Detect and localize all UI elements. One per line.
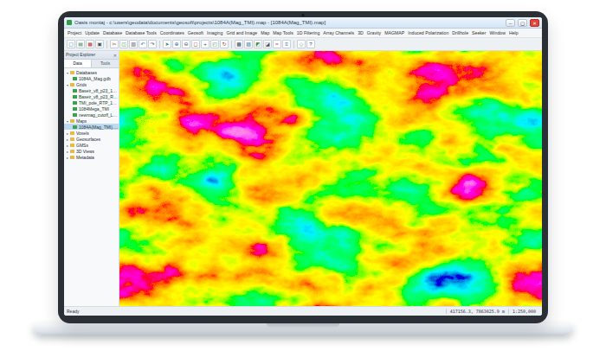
menu-grid-and-image[interactable]: Grid and Image: [226, 30, 257, 35]
tree-item-label: Grids: [76, 82, 87, 87]
toolbar: ▢ ▤ ▦ ▣ ✂ ◫ ▥ ↶ ↷ ➤ ⊕ ⊖ ◻ + ◰ ↻ ▩ ▨: [64, 38, 542, 51]
select-icon[interactable]: ➤: [163, 40, 171, 48]
tree-item-label: Maps: [76, 118, 87, 124]
profile-icon[interactable]: ≈: [273, 40, 281, 48]
maximize-button[interactable]: ▢: [518, 19, 527, 27]
menu-gravity[interactable]: Gravity: [367, 30, 381, 35]
menu-coordinates[interactable]: Coordinates: [160, 30, 184, 35]
tree-item-geosurfaces[interactable]: Geosurfaces: [64, 136, 119, 142]
expander-icon[interactable]: [67, 137, 68, 142]
menu-geosoft[interactable]: Geosoft: [188, 30, 203, 35]
open-project-icon[interactable]: ▤: [76, 40, 85, 48]
page: Oasis montaj - c:\users\geodata\document…: [0, 0, 606, 364]
app-icon: [67, 20, 72, 25]
redo-icon[interactable]: ↷: [148, 40, 157, 48]
tree-item-database-1084a[interactable]: 1084A_Mag.gdb: [64, 75, 119, 81]
expander-icon[interactable]: [67, 70, 68, 75]
status-bar: Ready 417156.3, 7863025.9 m 1:250,000: [64, 306, 542, 316]
database-icon[interactable]: ≡: [282, 40, 291, 48]
zoom-in-icon[interactable]: ⊕: [172, 40, 181, 48]
map-canvas[interactable]: [119, 51, 542, 306]
map-icon: [73, 125, 77, 129]
print-icon[interactable]: ▣: [95, 40, 104, 48]
tree-item-grid-baseir-1075[interactable]: Baseir_v8_p23_1075_IGRF: [64, 87, 119, 93]
image-icon[interactable]: ▨: [244, 40, 253, 48]
tree-item-voxels[interactable]: Voxels: [64, 130, 119, 136]
folder-icon: [70, 137, 74, 141]
tree-item-grid-newmag[interactable]: newmag_cutoff_LP2021_IGRF: [64, 112, 119, 118]
cut-icon[interactable]: ✂: [110, 40, 119, 48]
full-extent-icon[interactable]: ◰: [210, 40, 219, 48]
menu-map[interactable]: Map: [261, 30, 269, 35]
panel-close-icon[interactable]: ✕: [113, 53, 117, 58]
folder-icon: [70, 131, 74, 135]
menu-array-channels[interactable]: Array Channels: [323, 30, 354, 35]
shadow-icon[interactable]: ◪: [263, 40, 272, 48]
tree-item-metadata[interactable]: Metadata: [64, 154, 119, 160]
tab-data[interactable]: Data: [64, 60, 92, 67]
tree-item-label: Baseir_v8_p23_1075_IGRF: [79, 88, 119, 93]
folder-icon: [70, 83, 74, 86]
expander-icon[interactable]: [67, 143, 68, 148]
tree-item-gmss[interactable]: GMSs: [64, 142, 119, 148]
tree-item-grid-baseir-igrf[interactable]: Baseir_v8_p23_R_IGRF_75db: [64, 93, 119, 99]
tree-item-grid-1084mega[interactable]: 1084Mega_TMI: [64, 105, 119, 112]
tree-item-databases[interactable]: Databases: [64, 69, 119, 75]
expander-icon[interactable]: [67, 118, 68, 124]
help-icon[interactable]: ?: [306, 40, 315, 48]
menu-database[interactable]: Database: [103, 30, 122, 35]
toolbar-separator: [159, 41, 160, 48]
laptop-notch: [267, 323, 339, 328]
zoom-out-icon[interactable]: ⊖: [182, 40, 190, 48]
window-title: Oasis montaj - c:\users\geodata\document…: [74, 20, 503, 25]
expander-icon[interactable]: [67, 131, 68, 136]
paste-icon[interactable]: ▥: [129, 40, 138, 48]
folder-icon: [70, 150, 74, 153]
grid-icon[interactable]: ▩: [235, 40, 243, 48]
title-bar: Oasis montaj - c:\users\geodata\document…: [64, 17, 542, 29]
copy-icon[interactable]: ◫: [119, 40, 128, 48]
view-3d-icon[interactable]: ◇: [297, 40, 306, 48]
expander-icon[interactable]: [67, 149, 68, 154]
minimize-button[interactable]: –: [506, 19, 515, 27]
pan-icon[interactable]: +: [201, 40, 210, 48]
menu-seeker[interactable]: Seeker: [472, 30, 486, 35]
zoom-window-icon[interactable]: ◻: [191, 40, 200, 48]
database-icon: [73, 77, 77, 80]
menu-project[interactable]: Project: [68, 30, 81, 35]
geophysical-raster: [119, 51, 542, 306]
toolbar-separator: [106, 41, 107, 48]
tree-item-label: 3D Views: [76, 149, 94, 154]
menu-update[interactable]: Update: [85, 30, 100, 35]
expander-icon[interactable]: [67, 155, 68, 160]
close-button[interactable]: ✕: [530, 19, 539, 27]
new-map-icon[interactable]: ▢: [67, 40, 75, 48]
tree-item-map-1084a[interactable]: 1084A(Mag_TMI).map: [64, 124, 119, 130]
project-explorer-header: Project Explorer ✕: [64, 51, 119, 60]
tree-item-maps[interactable]: Maps: [64, 118, 119, 124]
menu-help[interactable]: Help: [509, 30, 519, 35]
tab-tools[interactable]: Tools: [92, 60, 119, 67]
tree-item-grids[interactable]: Grids: [64, 81, 119, 87]
tree-item-label: Baseir_v8_p23_R_IGRF_75db: [79, 94, 119, 99]
menu-drillhole[interactable]: Drillhole: [452, 30, 468, 35]
menu-1d-filtering[interactable]: 1D Filtering: [297, 30, 320, 35]
menu-window[interactable]: Window: [489, 30, 505, 35]
color-tool-icon[interactable]: ◩: [254, 40, 262, 48]
menu-imaging[interactable]: Imaging: [207, 30, 222, 35]
tree-item-grid-tmi-rtp[interactable]: TMI_pole_RTP_1VD_75db: [64, 99, 119, 105]
folder-icon: [70, 119, 74, 123]
menu-database-tools[interactable]: Database Tools: [126, 30, 157, 35]
menu-induced-polarization[interactable]: Induced Polarization: [408, 30, 448, 35]
refresh-icon[interactable]: ↻: [220, 40, 229, 48]
undo-icon[interactable]: ↶: [139, 40, 147, 48]
explorer-tree: Databases 1084A_Mag.gdb Grids: [64, 68, 119, 306]
expander-icon[interactable]: [67, 82, 68, 87]
folder-icon: [70, 144, 74, 147]
tree-item-label: Databases: [76, 70, 97, 75]
menu-magmap[interactable]: MAGMAP: [384, 30, 404, 35]
menu-map-tools[interactable]: Map Tools: [273, 30, 293, 35]
save-icon[interactable]: ▦: [86, 40, 94, 48]
menu-3d[interactable]: 3D: [358, 30, 364, 35]
tree-item-3d-views[interactable]: 3D Views: [64, 148, 119, 154]
